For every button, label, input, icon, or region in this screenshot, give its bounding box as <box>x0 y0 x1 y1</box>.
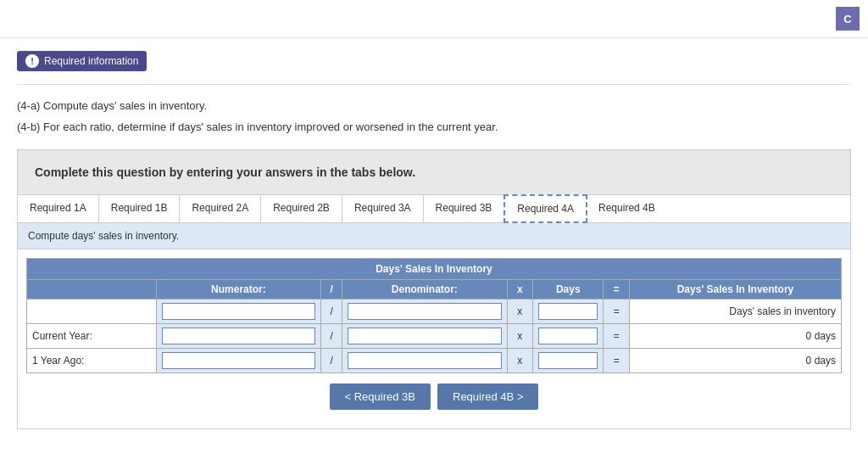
tabs-row: Required 1A Required 1B Required 2A Requ… <box>18 195 850 223</box>
table-row: Current Year: / x = 0 days <box>27 323 842 348</box>
top-bar: C <box>0 0 868 38</box>
row1-x: x <box>507 323 533 348</box>
tab-2b[interactable]: Required 2B <box>261 195 342 222</box>
nav-buttons: < Required 3B Required 4B > <box>26 373 842 420</box>
row2-days-input[interactable] <box>538 352 598 369</box>
row2-label: 1 Year Ago: <box>27 348 157 372</box>
back-button[interactable]: < Required 3B <box>330 384 431 410</box>
row1-denominator-cell[interactable] <box>342 323 507 348</box>
row0-result: Days' sales in inventory <box>629 299 841 323</box>
row0-equals: = <box>604 299 630 323</box>
exclamation-icon: ! <box>25 54 39 68</box>
col-denominator: Denominator: <box>342 279 507 299</box>
table-row: / x = Days' sales in inventory <box>27 299 842 323</box>
row1-result: 0 days <box>629 323 841 348</box>
tab-1a[interactable]: Required 1A <box>18 195 99 222</box>
top-bar-button[interactable]: C <box>836 7 860 31</box>
row2-equals: = <box>604 348 630 372</box>
row0-numerator-cell[interactable] <box>156 299 320 323</box>
problem-line1: (4-a) Compute days' sales in inventory. <box>17 98 851 115</box>
instruction-text: Complete this question by entering your … <box>35 165 833 179</box>
tab-2a[interactable]: Required 2A <box>180 195 261 222</box>
row0-x: x <box>507 299 533 323</box>
row2-slash: / <box>321 348 342 372</box>
row1-numerator-input[interactable] <box>162 328 315 344</box>
tab-4a[interactable]: Required 4A <box>504 194 587 223</box>
badge-label: Required information <box>44 55 138 67</box>
forward-button[interactable]: Required 4B > <box>437 384 538 410</box>
row0-slash: / <box>321 299 342 323</box>
row1-numerator-cell[interactable] <box>156 323 320 348</box>
problem-text: (4-a) Compute days' sales in inventory. … <box>17 98 851 137</box>
col-result: Days' Sales In Inventory <box>629 279 841 299</box>
days-sales-table: Days' Sales In Inventory Numerator: / De… <box>26 258 842 373</box>
tabs-container: Required 1A Required 1B Required 2A Requ… <box>17 195 851 429</box>
row2-numerator-cell[interactable] <box>156 348 320 372</box>
row0-denominator-input[interactable] <box>348 303 501 320</box>
row0-days-input[interactable] <box>538 303 598 320</box>
row2-denominator-cell[interactable] <box>342 348 507 372</box>
row2-result: 0 days <box>629 348 841 372</box>
row2-result-unit: days <box>815 355 836 367</box>
row1-days-cell[interactable] <box>533 323 604 348</box>
tab-3b[interactable]: Required 3B <box>424 195 505 222</box>
table-row: 1 Year Ago: / x = 0 days <box>27 348 842 372</box>
table-title: Days' Sales In Inventory <box>27 258 842 279</box>
row1-equals: = <box>604 323 630 348</box>
row1-label: Current Year: <box>27 323 157 348</box>
row2-numerator-input[interactable] <box>162 352 315 369</box>
col-equals: = <box>604 279 630 299</box>
header-row: Numerator: / Denominator: x Days = Days'… <box>27 279 842 299</box>
row0-days-cell[interactable] <box>533 299 604 323</box>
divider <box>17 84 851 85</box>
tab-1b[interactable]: Required 1B <box>99 195 181 222</box>
row0-denominator-cell[interactable] <box>342 299 507 323</box>
main-content: ! Required information (4-a) Compute day… <box>0 38 868 442</box>
row2-result-value: 0 <box>806 355 812 367</box>
row0-numerator-input[interactable] <box>162 303 315 320</box>
col-days: Days <box>533 279 604 299</box>
row2-denominator-input[interactable] <box>348 352 501 369</box>
row1-denominator-input[interactable] <box>348 328 501 344</box>
col-numerator: Numerator: <box>156 279 320 299</box>
col-x: x <box>507 279 533 299</box>
tab-content-label: Compute days' sales in inventory. <box>18 223 850 249</box>
row2-days-cell[interactable] <box>533 348 604 372</box>
col-slash: / <box>321 279 342 299</box>
problem-line2: (4-b) For each ratio, determine if days'… <box>17 119 851 137</box>
row0-label <box>27 299 157 323</box>
table-title-row: Days' Sales In Inventory <box>27 258 842 279</box>
row1-days-input[interactable] <box>538 328 598 344</box>
row1-result-value: 0 <box>806 330 812 342</box>
row1-result-unit: days <box>815 330 836 342</box>
row2-x: x <box>507 348 533 372</box>
instruction-box: Complete this question by entering your … <box>17 149 851 195</box>
row1-slash: / <box>321 323 342 348</box>
required-info-badge: ! Required information <box>17 51 147 71</box>
tab-4b[interactable]: Required 4B <box>587 195 667 222</box>
table-section: Days' Sales In Inventory Numerator: / De… <box>18 249 850 428</box>
col-label <box>27 279 157 299</box>
tab-3a[interactable]: Required 3A <box>342 195 424 222</box>
tab-content-text: Compute days' sales in inventory. <box>28 230 179 242</box>
